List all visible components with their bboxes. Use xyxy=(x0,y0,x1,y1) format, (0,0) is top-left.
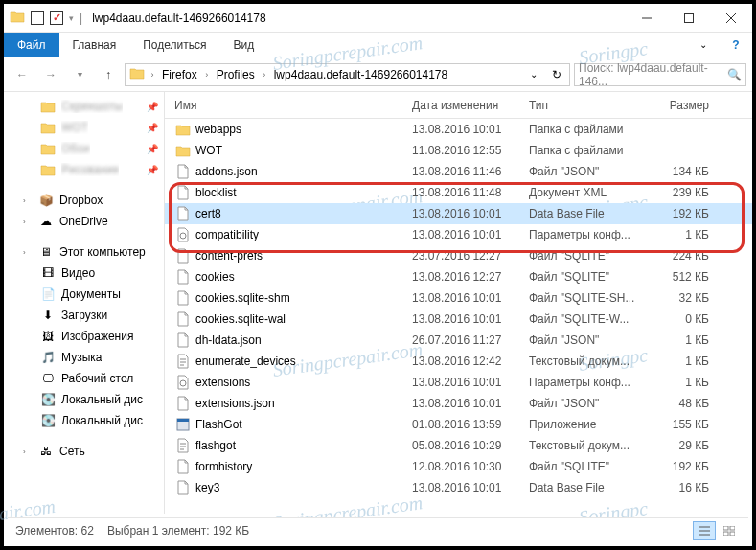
table-row[interactable]: webapps13.08.2016 10:01Папка с файлами xyxy=(165,119,752,140)
address-history-icon[interactable]: ⌄ xyxy=(523,64,544,85)
tab-file[interactable]: Файл xyxy=(4,33,59,57)
svg-rect-10 xyxy=(177,419,189,422)
file-list[interactable]: webapps13.08.2016 10:01Папка с файламиWO… xyxy=(165,119,752,514)
chevron-right-icon[interactable]: › xyxy=(147,70,158,80)
file-name: cert8 xyxy=(195,207,412,220)
sidebar-item[interactable]: 🖵Рабочий стол xyxy=(4,368,164,389)
column-headers: Имя Дата изменения Тип Размер xyxy=(165,92,752,119)
file-date: 13.08.2016 12:42 xyxy=(412,355,529,368)
file-type: Файл "SQLITE" xyxy=(529,249,652,263)
sidebar-network[interactable]: › 🖧 Сеть xyxy=(4,441,164,462)
chevron-right-icon[interactable]: › xyxy=(23,248,33,257)
qat-dropdown-icon[interactable]: ▾ xyxy=(69,13,74,23)
sidebar-item[interactable]: Скриншоты📌 xyxy=(4,96,164,117)
table-row[interactable]: flashgot05.08.2016 10:29Текстовый докум.… xyxy=(165,435,752,456)
table-row[interactable]: addons.json13.08.2016 11:46Файл "JSON"13… xyxy=(165,161,752,182)
view-details-button[interactable] xyxy=(693,521,716,540)
sidebar-item[interactable]: ⬇Загрузки xyxy=(4,305,164,326)
close-button[interactable] xyxy=(710,4,752,33)
table-row[interactable]: cookies.sqlite-shm13.08.2016 10:01Файл "… xyxy=(165,287,752,309)
file-type: Файл "SQLITE-SH... xyxy=(529,291,652,305)
table-row[interactable]: compatibility13.08.2016 10:01Параметры к… xyxy=(165,224,752,245)
table-row[interactable]: extensions.json13.08.2016 10:01Файл "JSO… xyxy=(165,393,752,414)
table-row[interactable]: formhistory12.08.2016 10:30Файл "SQLITE"… xyxy=(165,456,752,477)
help-icon[interactable]: ? xyxy=(720,33,752,57)
file-type: Папка с файлами xyxy=(529,123,652,136)
breadcrumb-item[interactable]: Profiles xyxy=(213,64,259,85)
qat-checkbox-1[interactable] xyxy=(31,11,44,25)
file-icon xyxy=(174,459,192,474)
sidebar-item[interactable]: Рисование📌 xyxy=(4,159,164,180)
table-row[interactable]: blocklist13.08.2016 11:48Документ XML239… xyxy=(165,182,752,203)
network-icon: 🖧 xyxy=(38,444,54,459)
table-row[interactable]: WOT11.08.2016 12:55Папка с файлами xyxy=(165,140,752,161)
search-icon: 🔍 xyxy=(727,68,742,81)
file-icon xyxy=(174,480,192,495)
file-type: Текстовый докум... xyxy=(529,355,652,368)
table-row[interactable]: key313.08.2016 10:01Data Base File16 КБ xyxy=(165,477,752,498)
file-type: Документ XML xyxy=(529,186,652,199)
file-size: 192 КБ xyxy=(652,460,709,473)
sidebar-item-label: Музыка xyxy=(61,351,102,364)
qat-checkbox-2[interactable] xyxy=(50,11,63,25)
column-header-size[interactable]: Размер xyxy=(652,99,709,112)
table-row[interactable]: extensions13.08.2016 10:01Параметры конф… xyxy=(165,372,752,393)
sidebar-item[interactable]: Обои📌 xyxy=(4,138,164,159)
file-name: extensions xyxy=(195,376,412,389)
file-date: 13.08.2016 11:48 xyxy=(412,186,529,199)
sidebar-item[interactable]: 🎵Музыка xyxy=(4,347,164,368)
nav-forward-button[interactable]: → xyxy=(38,62,63,87)
txt-icon xyxy=(174,438,192,453)
chevron-right-icon[interactable]: › xyxy=(23,218,33,226)
sidebar-item[interactable]: 🎞Видео xyxy=(4,263,164,284)
tab-home[interactable]: Главная xyxy=(59,33,130,57)
file-type: Параметры конф... xyxy=(529,228,652,241)
table-row[interactable]: cookies13.08.2016 12:27Файл "SQLITE"512 … xyxy=(165,266,752,287)
table-row[interactable]: enumerate_devices13.08.2016 12:42Текстов… xyxy=(165,351,752,372)
file-name: dh-ldata.json xyxy=(195,333,412,347)
sidebar-item[interactable]: 💽Локальный дис xyxy=(4,410,164,431)
file-size: 16 КБ xyxy=(652,481,709,494)
address-folder-icon xyxy=(129,66,145,82)
svg-rect-20 xyxy=(730,532,735,536)
file-size: 1 КБ xyxy=(652,333,709,347)
folder-icon xyxy=(174,122,192,137)
nav-back-button[interactable]: ← xyxy=(10,62,34,87)
table-row[interactable]: cert813.08.2016 10:01Data Base File192 К… xyxy=(165,203,752,224)
nav-history-dropdown[interactable]: ▾ xyxy=(67,62,92,87)
maximize-button[interactable] xyxy=(668,4,710,33)
view-icons-button[interactable] xyxy=(718,521,741,540)
file-size: 29 КБ xyxy=(652,439,709,452)
breadcrumb-item[interactable]: lwp4daau.default-1469266014178 xyxy=(270,64,452,85)
tab-share[interactable]: Поделиться xyxy=(129,33,219,57)
chevron-right-icon[interactable]: › xyxy=(23,447,33,456)
column-header-date[interactable]: Дата изменения xyxy=(412,99,529,112)
table-row[interactable]: cookies.sqlite-wal13.08.2016 10:01Файл "… xyxy=(165,309,752,330)
file-size: 32 КБ xyxy=(652,291,709,305)
sidebar-item[interactable]: 🖼Изображения xyxy=(4,326,164,347)
nav-up-button[interactable]: ↑ xyxy=(96,62,121,87)
chevron-right-icon[interactable]: › xyxy=(23,196,33,205)
sidebar-item[interactable]: 💽Локальный дис xyxy=(4,389,164,410)
column-header-type[interactable]: Тип xyxy=(529,99,652,112)
column-header-name[interactable]: Имя xyxy=(174,99,412,112)
sidebar-item[interactable]: ›☁OneDrive xyxy=(4,211,164,232)
disk-icon: 💽 xyxy=(40,413,56,428)
sidebar-item[interactable]: WOT📌 xyxy=(4,117,164,138)
breadcrumb-item[interactable]: Firefox xyxy=(158,64,201,85)
sidebar-item[interactable]: ›📦Dropbox xyxy=(4,190,164,211)
file-size: 155 КБ xyxy=(652,418,709,431)
sidebar-item[interactable]: 📄Документы xyxy=(4,284,164,305)
minimize-button[interactable] xyxy=(626,4,668,33)
table-row[interactable]: FlashGot01.08.2016 13:59Приложение155 КБ xyxy=(165,414,752,435)
table-row[interactable]: content-prefs23.07.2016 12:27Файл "SQLIT… xyxy=(165,245,752,266)
sidebar-this-pc[interactable]: › 🖥 Этот компьютер xyxy=(4,241,164,263)
chevron-right-icon[interactable]: › xyxy=(201,70,213,80)
tab-view[interactable]: Вид xyxy=(219,33,267,57)
chevron-right-icon[interactable]: › xyxy=(259,70,270,80)
refresh-icon[interactable]: ↻ xyxy=(546,64,567,85)
search-input[interactable]: Поиск: lwp4daau.default-146... 🔍 xyxy=(574,63,746,86)
address-bar[interactable]: › Firefox › Profiles › lwp4daau.default-… xyxy=(125,63,570,86)
expand-ribbon-icon[interactable]: ⌄ xyxy=(687,33,720,57)
table-row[interactable]: dh-ldata.json26.07.2016 11:27Файл "JSON"… xyxy=(165,330,752,351)
